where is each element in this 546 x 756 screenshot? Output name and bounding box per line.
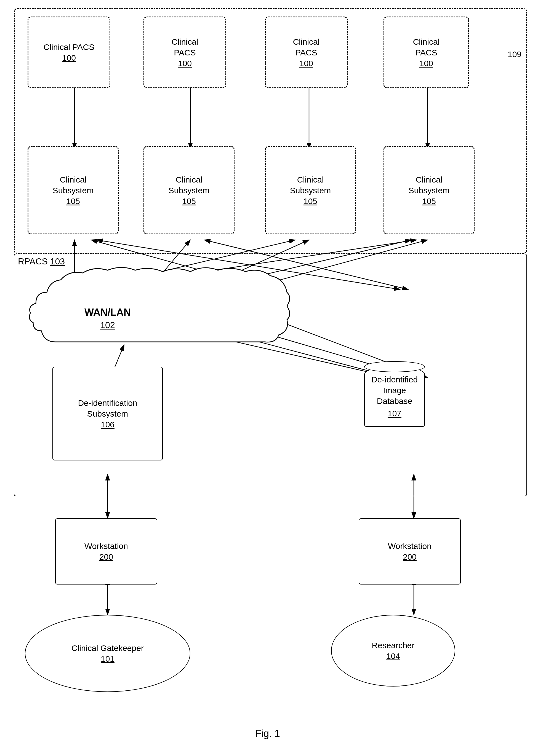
subsys3-box: ClinicalSubsystem 105 [265,146,356,234]
workstation2-number: 200 [403,551,417,562]
subsys4-number: 105 [422,196,436,207]
workstation1-number: 200 [99,551,113,562]
diagram: 109 Clinical PACS 100 ClinicalPACS 100 C… [0,0,546,756]
deid-db-cylinder: De-identifiedImageDatabase 107 [364,361,425,427]
subsys4-label: ClinicalSubsystem [409,174,449,196]
pacs4-box: ClinicalPACS 100 [384,17,469,88]
workstation1-box: Workstation 200 [55,518,157,585]
pacs1-label: Clinical PACS [44,42,95,52]
pacs4-number: 100 [419,58,433,69]
deid-db-number: 107 [388,408,402,419]
researcher-ellipse: Researcher 104 [331,615,455,687]
deid-subsys-label: De-identificationSubsystem [78,398,137,419]
subsys2-label: ClinicalSubsystem [168,174,209,196]
pacs2-box: ClinicalPACS 100 [143,17,226,88]
rpacs-label: RPACS 103 [18,256,65,267]
deid-db-label: De-identifiedImageDatabase [371,374,418,406]
pacs3-box: ClinicalPACS 100 [265,17,348,88]
pacs2-label: ClinicalPACS [172,36,198,58]
subsys4-box: ClinicalSubsystem 105 [384,146,475,234]
workstation2-label: Workstation [388,541,432,551]
pacs1-number: 100 [62,52,76,63]
pacs4-label: ClinicalPACS [413,36,440,58]
figure-label: Fig. 1 [226,728,309,739]
workstation1-label: Workstation [84,541,128,551]
rpacs-number: 103 [50,256,65,266]
clinical-gatekeeper-ellipse: Clinical Gatekeeper 101 [25,615,190,692]
workstation2-box: Workstation 200 [359,518,461,585]
researcher-number: 104 [386,651,400,661]
pacs3-label: ClinicalPACS [293,36,320,58]
gatekeeper-label: Clinical Gatekeeper [71,643,144,653]
subsys2-number: 105 [182,196,196,207]
deid-subsys-box: De-identificationSubsystem 106 [52,367,163,460]
cylinder-body: De-identifiedImageDatabase 107 [364,366,425,427]
subsys3-label: ClinicalSubsystem [290,174,331,196]
deid-subsys-number: 106 [101,419,114,430]
subsys1-box: ClinicalSubsystem 105 [28,146,119,234]
pacs2-number: 100 [178,58,192,69]
cylinder-top [364,361,425,372]
subsys3-number: 105 [304,196,317,207]
ref-109: 109 [508,50,521,59]
gatekeeper-number: 101 [101,653,114,664]
subsys1-label: ClinicalSubsystem [53,174,93,196]
pacs1-box: Clinical PACS 100 [28,17,110,88]
pacs3-number: 100 [299,58,313,69]
subsys2-box: ClinicalSubsystem 105 [143,146,234,234]
researcher-label: Researcher [372,640,414,651]
subsys1-number: 105 [66,196,80,207]
